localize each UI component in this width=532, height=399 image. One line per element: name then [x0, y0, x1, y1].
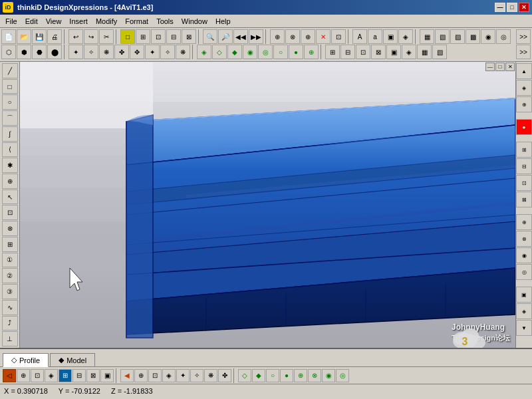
close-button[interactable]: ✕ — [519, 3, 529, 12]
tb2-20[interactable]: ⊕ — [304, 45, 319, 59]
inner-maximize[interactable]: □ — [495, 63, 505, 71]
menu-edit[interactable]: Edit — [21, 16, 42, 27]
tb-redo[interactable]: ↪ — [84, 29, 98, 44]
tb2-24[interactable]: ⊠ — [371, 45, 386, 59]
menu-format[interactable]: Format — [121, 16, 152, 27]
tb-zoom4[interactable]: ▶▶ — [249, 29, 263, 44]
left-tb-1[interactable]: ╱ — [2, 63, 18, 78]
tb-snap2[interactable]: ⊗ — [285, 29, 300, 44]
tb-snap5[interactable]: ⊡ — [331, 29, 346, 44]
tb-extra2[interactable]: a — [368, 29, 382, 44]
tb2-19[interactable]: ● — [289, 45, 303, 59]
tb2-overflow[interactable]: >> — [516, 45, 531, 59]
tb2-8[interactable]: ✤ — [114, 45, 129, 59]
tb2-26[interactable]: ◈ — [402, 45, 416, 59]
window-controls[interactable]: — □ ✕ — [495, 3, 529, 12]
inner-window-controls[interactable]: — □ ✕ — [485, 62, 515, 72]
right-tb-12[interactable]: ◈ — [516, 303, 532, 319]
tb2-10[interactable]: ✦ — [145, 45, 160, 59]
menu-file[interactable]: File — [1, 16, 21, 27]
tb-view1[interactable]: □ — [120, 29, 135, 44]
tb-shade6[interactable]: ◎ — [496, 29, 511, 44]
btb-10[interactable]: ⊕ — [134, 369, 148, 382]
tb2-12[interactable]: ❋ — [176, 45, 190, 59]
tb2-11[interactable]: ✧ — [160, 45, 175, 59]
left-tb-7[interactable]: ✱ — [2, 158, 18, 173]
left-tb-15[interactable]: ③ — [2, 284, 18, 299]
tb-view2[interactable]: ⊞ — [136, 29, 150, 44]
right-tb-4[interactable]: ⊟ — [516, 158, 532, 174]
right-tb-1[interactable]: ◈ — [516, 80, 532, 96]
menu-view[interactable]: View — [42, 16, 66, 27]
minimize-button[interactable]: — — [495, 3, 505, 12]
left-tb-6[interactable]: ⟨ — [2, 142, 18, 158]
btb-15[interactable]: ❋ — [204, 369, 217, 382]
right-tb-5[interactable]: ⊡ — [516, 175, 532, 191]
viewport[interactable]: — □ ✕ 3 JohnnyHuang ThinkDesign论坛 — [20, 62, 515, 348]
left-tb-12[interactable]: ⊞ — [2, 237, 18, 252]
tb2-18[interactable]: ○ — [273, 45, 288, 59]
menu-insert[interactable]: Insert — [65, 16, 92, 27]
tb-view3[interactable]: ⊡ — [151, 29, 166, 44]
tb2-1[interactable]: ⬡ — [1, 45, 16, 59]
right-tb-2[interactable]: ⊕ — [516, 96, 532, 112]
tb2-7[interactable]: ❋ — [99, 45, 114, 59]
right-tb-scroll-up[interactable]: ▲ — [516, 63, 532, 79]
inner-minimize[interactable]: — — [485, 63, 495, 71]
tb2-23[interactable]: ⊡ — [356, 45, 370, 59]
btb-21[interactable]: ⊕ — [294, 369, 307, 382]
btb-14[interactable]: ✧ — [190, 369, 203, 382]
tb2-27[interactable]: ▦ — [417, 45, 432, 59]
maximize-button[interactable]: □ — [507, 3, 517, 12]
btb-6[interactable]: ⊟ — [72, 369, 86, 382]
left-tb-14[interactable]: ② — [2, 268, 18, 283]
btb-13[interactable]: ✦ — [176, 369, 190, 382]
btb-4[interactable]: ◈ — [45, 369, 58, 382]
tb2-13[interactable]: ◈ — [197, 45, 211, 59]
tb2-14[interactable]: ◇ — [212, 45, 227, 59]
btb-22[interactable]: ⊗ — [308, 369, 321, 382]
tb-view5[interactable]: ⊠ — [182, 29, 196, 44]
left-tb-4[interactable]: ⌒ — [2, 110, 18, 126]
tb2-22[interactable]: ⊟ — [340, 45, 355, 59]
inner-close[interactable]: ✕ — [505, 63, 515, 71]
tb-zoom3[interactable]: ◀◀ — [233, 29, 248, 44]
right-tb-scroll-down[interactable]: ▼ — [516, 320, 532, 336]
btb-16[interactable]: ✤ — [218, 369, 231, 382]
tb-new[interactable]: 📄 — [1, 29, 16, 44]
tb-view4[interactable]: ⊟ — [166, 29, 181, 44]
left-tb-9[interactable]: ↖ — [2, 190, 18, 205]
tb-open[interactable]: 📂 — [17, 29, 31, 44]
left-tb-16[interactable]: ∿ — [2, 300, 18, 315]
btb-8[interactable]: ▣ — [100, 369, 114, 382]
left-tb-5[interactable]: ∫ — [2, 126, 18, 142]
right-tb-7[interactable]: ⊕ — [516, 214, 532, 230]
right-tb-9[interactable]: ◉ — [516, 247, 532, 263]
btb-19[interactable]: ○ — [266, 369, 279, 382]
left-tb-11[interactable]: ⊗ — [2, 221, 18, 236]
btb-23[interactable]: ◉ — [322, 369, 335, 382]
menu-window[interactable]: Window — [178, 16, 211, 27]
tb2-3[interactable]: ⬣ — [32, 45, 47, 59]
menu-modify[interactable]: Modify — [92, 16, 121, 27]
tab-model[interactable]: ◆ Model — [50, 353, 95, 366]
tb-shade4[interactable]: ▩ — [466, 29, 480, 44]
left-tb-18[interactable]: ⊥ — [2, 331, 18, 346]
btb-17[interactable]: ◇ — [238, 369, 251, 382]
right-tb-8[interactable]: ⊗ — [516, 231, 532, 247]
menu-help[interactable]: Help — [211, 16, 235, 27]
btb-2[interactable]: ⊕ — [17, 369, 30, 382]
tb-undo[interactable]: ↩ — [68, 29, 83, 44]
tb2-9[interactable]: ✥ — [130, 45, 144, 59]
tb-shade3[interactable]: ▨ — [450, 29, 465, 44]
btb-20[interactable]: ● — [280, 369, 293, 382]
tb-snap3[interactable]: ⊕ — [301, 29, 315, 44]
tb2-21[interactable]: ⊞ — [325, 45, 340, 59]
tb-shade5[interactable]: ◉ — [481, 29, 495, 44]
tb-overflow[interactable]: >> — [516, 29, 531, 44]
left-tb-10[interactable]: ⊡ — [2, 205, 18, 220]
left-tb-8[interactable]: ⊕ — [2, 174, 18, 189]
right-tb-6[interactable]: ⊠ — [516, 192, 532, 207]
btb-24[interactable]: ◎ — [336, 369, 349, 382]
tb2-17[interactable]: ◎ — [258, 45, 273, 59]
